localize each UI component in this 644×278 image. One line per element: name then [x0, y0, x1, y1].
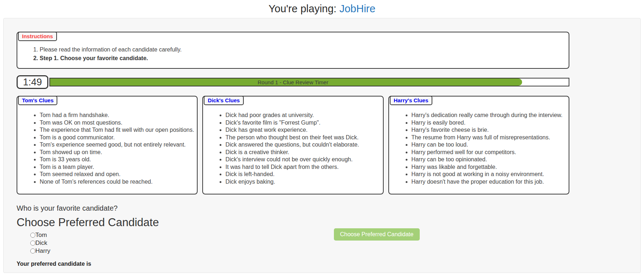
- clue-item: None of Tom's references could be reache…: [40, 178, 197, 186]
- game-content: Instructions Please read the information…: [17, 32, 569, 267]
- clue-item: Dick's favorite film is "Forrest Gump".: [225, 119, 383, 127]
- clue-item: Harry doesn't have the proper education …: [411, 178, 569, 186]
- clue-item: Dick is left-handed.: [225, 171, 383, 178]
- dick-clues-list: Dick had poor grades at university.Dick'…: [203, 112, 383, 185]
- game-name-link[interactable]: JobHire: [339, 3, 375, 14]
- choose-preferred-candidate-button[interactable]: Choose Preferred Candidate: [334, 228, 420, 241]
- clue-item: Tom's experience seemed good, but not en…: [40, 141, 197, 149]
- harry-radio-label: Harry: [35, 247, 50, 255]
- clue-item: Tom had a firm handshake.: [40, 112, 197, 119]
- harry-clues-fieldset: Harry's Clues Harry's dedication really …: [388, 96, 569, 194]
- instructions-legend: Instructions: [18, 32, 57, 41]
- favorite-question: Who is your favorite candidate?: [17, 204, 569, 212]
- dick-radio-label: Dick: [35, 239, 47, 247]
- instructions-fieldset: Instructions Please read the information…: [17, 32, 569, 69]
- tom-clues-list: Tom had a firm handshake.Tom was OK on m…: [17, 112, 197, 185]
- clue-item: Tom seemed relaxed and open.: [40, 171, 197, 178]
- game-panel: Instructions Please read the information…: [3, 18, 641, 273]
- clue-item: The experience that Tom had fit well wit…: [40, 126, 197, 134]
- page-title-prefix: You're playing:: [269, 3, 339, 14]
- clue-item: Harry is not good at working in a noisy …: [411, 171, 569, 178]
- clue-item: Harry's favorite cheese is brie.: [411, 126, 569, 134]
- clue-item: Tom showed up on time.: [40, 149, 197, 156]
- radio-option-harry[interactable]: Harry: [30, 247, 569, 255]
- clue-item: Harry is easily bored.: [411, 119, 569, 127]
- dick-radio[interactable]: [30, 241, 35, 246]
- clue-item: Dick is a creative thinker.: [225, 149, 383, 156]
- instruction-item: Step 1. Choose your favorite candidate.: [40, 54, 569, 63]
- page-title: You're playing: JobHire: [0, 0, 644, 18]
- radio-option-tom[interactable]: Tom: [30, 231, 569, 239]
- clue-item: Harry can be too loud.: [411, 141, 569, 149]
- harry-clues-list: Harry's dedication really came through d…: [389, 112, 569, 185]
- clue-item: Harry performed well for our competitors…: [411, 149, 569, 156]
- clue-item: The person who thought best on their fee…: [225, 134, 383, 142]
- dick-clues-legend: Dick's Clues: [204, 96, 244, 105]
- clue-item: Tom is a good communicator.: [40, 134, 197, 142]
- tom-clues-fieldset: Tom's Clues Tom had a firm handshake.Tom…: [17, 96, 198, 194]
- clue-item: The resume from Harry was full of misrep…: [411, 134, 569, 142]
- clue-item: Dick's interview could not be over quick…: [225, 156, 383, 163]
- radio-option-dick[interactable]: Dick: [30, 239, 569, 247]
- clue-item: Dick answered the questions, but couldn'…: [225, 141, 383, 149]
- tom-radio[interactable]: [30, 233, 35, 238]
- timer-progress-label: Round 1 - Clue Review Timer: [17, 75, 569, 89]
- instruction-item: Please read the information of each cand…: [40, 45, 569, 54]
- harry-radio[interactable]: [30, 248, 35, 254]
- timer-row: 1:49 Round 1 - Clue Review Timer: [17, 75, 569, 89]
- clue-item: Dick had poor grades at university.: [225, 112, 383, 119]
- tom-clues-legend: Tom's Clues: [18, 96, 57, 105]
- clue-item: Harry was likable and forgettable.: [411, 163, 569, 171]
- candidate-radio-group: Tom Dick Harry: [30, 231, 569, 255]
- clue-item: Harry can be too opinionated.: [411, 156, 569, 163]
- tom-radio-label: Tom: [35, 232, 47, 239]
- clue-item: Tom was OK on most questions.: [40, 119, 197, 127]
- choice-area: Tom Dick Harry Choose Preferred Candidat…: [17, 231, 569, 255]
- clues-row: Tom's Clues Tom had a firm handshake.Tom…: [17, 96, 569, 194]
- dick-clues-fieldset: Dick's Clues Dick had poor grades at uni…: [202, 96, 383, 194]
- clue-item: Dick has great work experience.: [225, 126, 383, 134]
- clue-item: It was hard to tell Dick apart from the …: [225, 163, 383, 171]
- preferred-candidate-result-label: Your preferred candidate is: [17, 261, 569, 267]
- harry-clues-legend: Harry's Clues: [390, 96, 432, 105]
- clue-item: Dick enjoys baking.: [225, 178, 383, 186]
- choose-heading: Choose Preferred Candidate: [17, 216, 569, 229]
- clue-item: Tom is a team player.: [40, 163, 197, 171]
- instructions-list: Please read the information of each cand…: [17, 45, 569, 63]
- clue-item: Tom is 33 years old.: [40, 156, 197, 163]
- clue-item: Harry's dedication really came through d…: [411, 112, 569, 119]
